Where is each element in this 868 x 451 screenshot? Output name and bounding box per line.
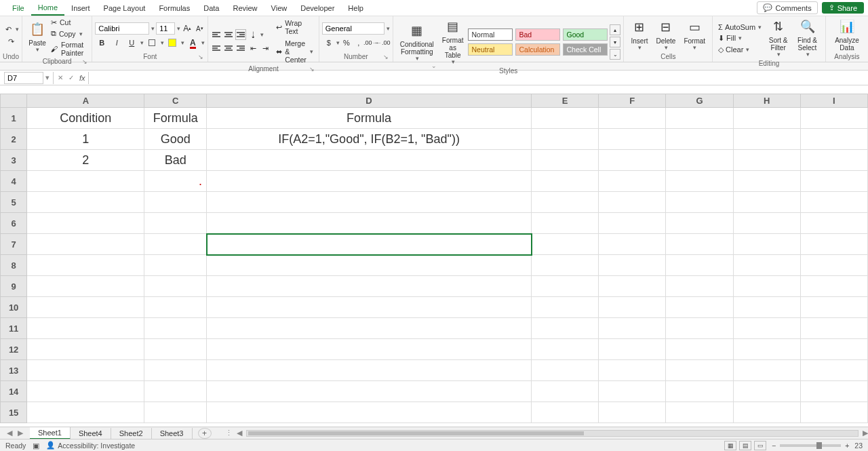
tab-help[interactable]: Help bbox=[341, 1, 370, 15]
cell-I8[interactable] bbox=[800, 255, 867, 276]
scrollbar-thumb[interactable] bbox=[248, 431, 585, 435]
cell-H2[interactable] bbox=[733, 129, 800, 150]
cell-E1[interactable] bbox=[532, 108, 599, 129]
number-launcher-icon[interactable]: ↘ bbox=[383, 54, 389, 60]
share-button[interactable]: ⇪ Share bbox=[822, 2, 864, 14]
cell-G11[interactable] bbox=[666, 318, 733, 339]
cell-I15[interactable] bbox=[800, 402, 867, 423]
sheet-nav-next[interactable]: ▶ bbox=[18, 429, 23, 437]
cell-C5[interactable] bbox=[144, 192, 207, 213]
cell-C7[interactable] bbox=[144, 234, 207, 255]
comments-button[interactable]: 💬 Comments bbox=[757, 1, 817, 14]
cell-G3[interactable] bbox=[666, 150, 733, 171]
cell-C14[interactable] bbox=[144, 381, 207, 402]
cell-G9[interactable] bbox=[666, 276, 733, 297]
orientation-dropdown[interactable]: ▾ bbox=[260, 31, 264, 38]
cell-C8[interactable] bbox=[144, 255, 207, 276]
cell-F12[interactable] bbox=[599, 339, 666, 360]
cell-I6[interactable] bbox=[800, 213, 867, 234]
row-header-11[interactable]: 11 bbox=[1, 318, 27, 339]
cell-E14[interactable] bbox=[532, 381, 599, 402]
row-header-7[interactable]: 7 bbox=[1, 234, 27, 255]
cell-I13[interactable] bbox=[800, 360, 867, 381]
row-header-8[interactable]: 8 bbox=[1, 255, 27, 276]
cell-A10[interactable] bbox=[27, 297, 144, 318]
cell-D10[interactable] bbox=[207, 297, 532, 318]
cell-G7[interactable] bbox=[666, 234, 733, 255]
style-normal[interactable]: Normal bbox=[468, 28, 513, 41]
align-center-button[interactable] bbox=[223, 43, 234, 54]
cell-D2[interactable]: IF(A2=1,"Good", IF(B2=1, "Bad")) bbox=[207, 129, 532, 150]
cell-H9[interactable] bbox=[733, 276, 800, 297]
styles-scroll-down[interactable]: ▾ bbox=[610, 37, 620, 47]
cell-G10[interactable] bbox=[666, 297, 733, 318]
cell-F14[interactable] bbox=[599, 381, 666, 402]
cell-G12[interactable] bbox=[666, 339, 733, 360]
clipboard-launcher-icon[interactable]: ↘ bbox=[82, 58, 87, 65]
cell-E10[interactable] bbox=[532, 297, 599, 318]
cell-H7[interactable] bbox=[733, 234, 800, 255]
cell-E15[interactable] bbox=[532, 402, 599, 423]
view-page-layout-button[interactable]: ▤ bbox=[739, 441, 751, 450]
font-size-dropdown[interactable]: ▾ bbox=[177, 25, 180, 32]
alignment-launcher-icon[interactable]: ↘ bbox=[309, 66, 315, 73]
redo-button[interactable]: ↷ bbox=[5, 36, 16, 47]
tab-formulas[interactable]: Formulas bbox=[152, 1, 197, 15]
cell-C4[interactable]: . bbox=[144, 171, 207, 192]
cell-D12[interactable] bbox=[207, 339, 532, 360]
decrease-decimal-button[interactable]: ←.00 bbox=[378, 37, 389, 48]
cell-I14[interactable] bbox=[800, 381, 867, 402]
row-header-14[interactable]: 14 bbox=[1, 381, 27, 402]
clear-button[interactable]: ◇Clear▾ bbox=[715, 45, 764, 55]
align-top-button[interactable] bbox=[211, 29, 222, 40]
cell-F11[interactable] bbox=[599, 318, 666, 339]
cell-D3[interactable] bbox=[207, 150, 532, 171]
cell-A4[interactable] bbox=[27, 171, 144, 192]
accessibility-status[interactable]: Accessibility: Investigate bbox=[58, 442, 135, 450]
select-all-button[interactable] bbox=[1, 94, 27, 108]
cell-I11[interactable] bbox=[800, 318, 867, 339]
row-header-9[interactable]: 9 bbox=[1, 276, 27, 297]
cell-D15[interactable] bbox=[207, 402, 532, 423]
find-select-button[interactable]: 🔍Find & Select▾ bbox=[792, 18, 823, 60]
font-color-dropdown[interactable]: ▾ bbox=[201, 39, 205, 46]
cell-C15[interactable] bbox=[144, 402, 207, 423]
zoom-slider[interactable] bbox=[780, 444, 841, 447]
cell-G6[interactable] bbox=[666, 213, 733, 234]
font-name-dropdown[interactable]: ▾ bbox=[151, 25, 155, 32]
undo-button[interactable]: ↶ bbox=[3, 24, 14, 35]
styles-scroll-up[interactable]: ▴ bbox=[610, 24, 620, 35]
tab-review[interactable]: Review bbox=[226, 1, 264, 15]
cell-A6[interactable] bbox=[27, 213, 144, 234]
sheet-nav-prev[interactable]: ◀ bbox=[7, 429, 12, 437]
tab-page-layout[interactable]: Page Layout bbox=[97, 1, 153, 15]
row-header-3[interactable]: 3 bbox=[1, 150, 27, 171]
align-bottom-button[interactable] bbox=[235, 29, 246, 40]
bold-button[interactable]: B bbox=[95, 37, 108, 48]
cell-D11[interactable] bbox=[207, 318, 532, 339]
italic-button[interactable]: I bbox=[110, 37, 123, 48]
tab-data[interactable]: Data bbox=[197, 1, 226, 15]
cell-D7[interactable] bbox=[207, 234, 532, 255]
tab-home[interactable]: Home bbox=[31, 1, 64, 16]
cell-G13[interactable] bbox=[666, 360, 733, 381]
cell-G15[interactable] bbox=[666, 402, 733, 423]
cell-A7[interactable] bbox=[27, 234, 144, 255]
name-box-dropdown[interactable]: ▾ bbox=[43, 73, 52, 82]
cell-F6[interactable] bbox=[599, 213, 666, 234]
tab-developer[interactable]: Developer bbox=[294, 1, 341, 15]
cell-F5[interactable] bbox=[599, 192, 666, 213]
copy-button[interactable]: ⧉Copy▾ bbox=[50, 28, 89, 39]
cell-I9[interactable] bbox=[800, 276, 867, 297]
fill-color-button[interactable] bbox=[165, 37, 179, 48]
cell-F2[interactable] bbox=[599, 129, 666, 150]
row-header-12[interactable]: 12 bbox=[1, 339, 27, 360]
cell-C3[interactable]: Bad bbox=[144, 150, 207, 171]
cell-F15[interactable] bbox=[599, 402, 666, 423]
comma-format-button[interactable]: , bbox=[353, 37, 364, 48]
cell-D6[interactable] bbox=[207, 213, 532, 234]
cell-D1[interactable]: Formula bbox=[207, 108, 532, 129]
percent-format-button[interactable]: % bbox=[341, 37, 352, 48]
increase-indent-button[interactable]: ⇥ bbox=[260, 43, 271, 54]
cell-G8[interactable] bbox=[666, 255, 733, 276]
